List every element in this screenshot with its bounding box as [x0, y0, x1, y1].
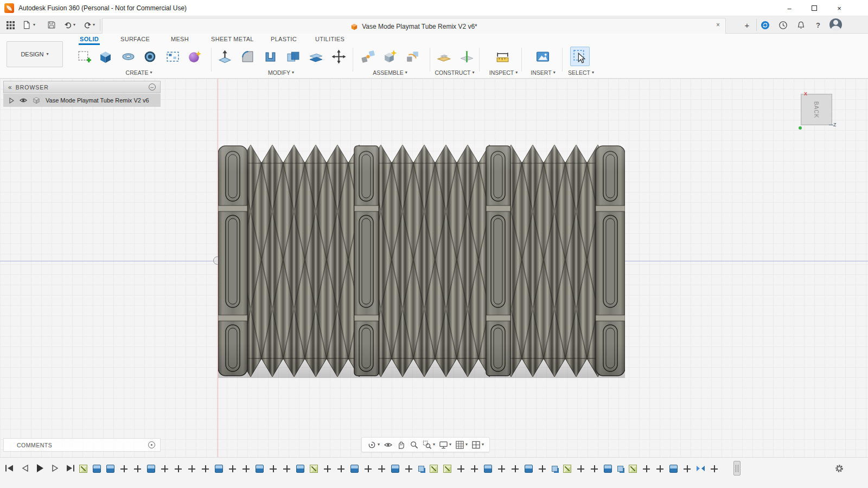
- fillet-button[interactable]: [238, 47, 257, 66]
- cylinder-button[interactable]: [140, 47, 159, 66]
- timeline-feature[interactable]: [525, 465, 533, 473]
- timeline-feature[interactable]: [201, 465, 209, 473]
- create-sketch-button[interactable]: [75, 47, 94, 66]
- display-settings-button[interactable]: ▾: [439, 440, 451, 450]
- measure-button[interactable]: [493, 47, 512, 66]
- timeline-feature[interactable]: [538, 465, 546, 473]
- new-tab-button[interactable]: +: [741, 20, 753, 30]
- move-button[interactable]: [329, 47, 348, 66]
- tab-sheet-metal[interactable]: SHEET METAL: [211, 36, 254, 42]
- timeline-feature[interactable]: [378, 465, 386, 473]
- group-insert[interactable]: INSERT▾: [531, 69, 555, 76]
- timeline-feature[interactable]: [147, 465, 155, 473]
- timeline-feature[interactable]: [405, 465, 413, 473]
- chevron-down-icon[interactable]: ▾: [433, 442, 435, 447]
- group-modify[interactable]: MODIFY▾: [268, 69, 294, 76]
- minimize-button[interactable]: –: [777, 0, 802, 16]
- timeline-feature[interactable]: [563, 465, 571, 473]
- group-inspect[interactable]: INSPECT▾: [489, 69, 518, 76]
- version-history-button[interactable]: [777, 20, 788, 30]
- timeline-feature[interactable]: [269, 465, 277, 473]
- timeline-feature[interactable]: [497, 465, 506, 473]
- press-pull-button[interactable]: [215, 47, 234, 66]
- pattern-button[interactable]: [163, 47, 182, 66]
- grid-display-button[interactable]: ▾: [455, 440, 468, 450]
- notifications-button[interactable]: [795, 20, 806, 30]
- zoom-button[interactable]: [410, 440, 419, 450]
- orbit-button[interactable]: ▾: [367, 440, 380, 450]
- timeline-feature[interactable]: [228, 465, 237, 473]
- tab-close-icon[interactable]: ×: [716, 21, 720, 29]
- browser-root-item[interactable]: Vase Mode Playmat Tube Remix V2 v6: [3, 94, 161, 107]
- timeline-feature[interactable]: [577, 465, 585, 473]
- timeline-feature[interactable]: [470, 465, 478, 473]
- file-menu-button[interactable]: [21, 20, 33, 30]
- tab-plastic[interactable]: PLASTIC: [271, 36, 297, 42]
- timeline-feature[interactable]: [296, 465, 304, 473]
- timeline-feature[interactable]: [629, 465, 637, 473]
- new-component-button[interactable]: [380, 47, 399, 66]
- timeline-feature[interactable]: [669, 465, 678, 473]
- collapse-panel-icon[interactable]: «: [8, 84, 11, 91]
- group-assemble[interactable]: ASSEMBLE▾: [373, 69, 407, 76]
- timeline-feature[interactable]: [656, 465, 664, 473]
- look-at-button[interactable]: [384, 440, 393, 450]
- group-construct[interactable]: CONSTRUCT▾: [435, 69, 475, 76]
- timeline-feature[interactable]: [133, 465, 142, 473]
- chevron-down-icon[interactable]: ▾: [482, 442, 484, 447]
- undo-caret[interactable]: ▾: [72, 20, 77, 30]
- skip-to-end-button[interactable]: [65, 464, 75, 473]
- timeline-feature[interactable]: [161, 465, 169, 473]
- timeline-feature[interactable]: [617, 466, 623, 472]
- timeline-feature[interactable]: [93, 465, 101, 473]
- timeline-feature[interactable]: [484, 465, 492, 473]
- close-button[interactable]: ×: [827, 0, 852, 16]
- window-zoom-button[interactable]: ▾: [423, 440, 435, 450]
- timeline-feature[interactable]: [188, 465, 196, 473]
- construct-axis-button[interactable]: [457, 47, 476, 66]
- play-button[interactable]: [35, 464, 45, 473]
- timeline-feature[interactable]: [79, 465, 87, 473]
- timeline-feature[interactable]: [323, 465, 331, 473]
- timeline-feature[interactable]: [310, 465, 318, 473]
- box-button[interactable]: [95, 47, 115, 66]
- skip-to-start-button[interactable]: [4, 464, 15, 473]
- timeline-feature[interactable]: [683, 465, 691, 473]
- viewcube-face-label[interactable]: BACK: [813, 101, 819, 118]
- redo-caret[interactable]: ▾: [91, 20, 97, 30]
- timeline-feature[interactable]: [174, 465, 182, 473]
- save-button[interactable]: [46, 20, 58, 30]
- torus-button[interactable]: [118, 47, 138, 66]
- comments-panel[interactable]: COMMENTS: [3, 438, 161, 452]
- tab-mesh[interactable]: MESH: [171, 36, 189, 42]
- timeline-feature[interactable]: [511, 465, 519, 473]
- timeline-settings-button[interactable]: [834, 464, 844, 476]
- timeline-feature[interactable]: [457, 465, 465, 473]
- help-icon[interactable]: ?: [813, 20, 824, 30]
- expand-arrow-icon[interactable]: [9, 98, 14, 104]
- visibility-eye-icon[interactable]: [20, 97, 27, 104]
- timeline-feature[interactable]: [350, 465, 359, 473]
- document-tab[interactable]: Vase Mode Playmat Tube Remix V2 v6* ×: [102, 18, 726, 34]
- timeline-feature[interactable]: [106, 465, 114, 473]
- timeline-feature[interactable]: [642, 465, 650, 473]
- viewports-button[interactable]: ▾: [471, 440, 484, 450]
- joint-button[interactable]: [358, 47, 378, 66]
- step-forward-button[interactable]: [50, 464, 60, 473]
- construct-plane-button[interactable]: [434, 47, 454, 66]
- tab-utilities[interactable]: UTILITIES: [315, 36, 344, 42]
- group-select[interactable]: SELECT▾: [568, 69, 594, 76]
- chevron-down-icon[interactable]: ▾: [465, 442, 468, 447]
- tab-surface[interactable]: SURFACE: [120, 36, 150, 42]
- 3d-model-bellows-tube[interactable]: [218, 144, 625, 378]
- browser-panel-header[interactable]: « BROWSER –: [3, 81, 161, 93]
- job-status-button[interactable]: [760, 20, 770, 30]
- shell-button[interactable]: [260, 47, 280, 66]
- timeline-feature[interactable]: [590, 465, 598, 473]
- panel-minus-icon[interactable]: –: [149, 84, 156, 91]
- timeline-feature[interactable]: [430, 465, 438, 473]
- as-built-joint-button[interactable]: [403, 47, 422, 66]
- select-button[interactable]: [570, 47, 590, 66]
- timeline-feature[interactable]: [418, 466, 424, 472]
- workspace-selector[interactable]: DESIGN ▾: [7, 41, 63, 67]
